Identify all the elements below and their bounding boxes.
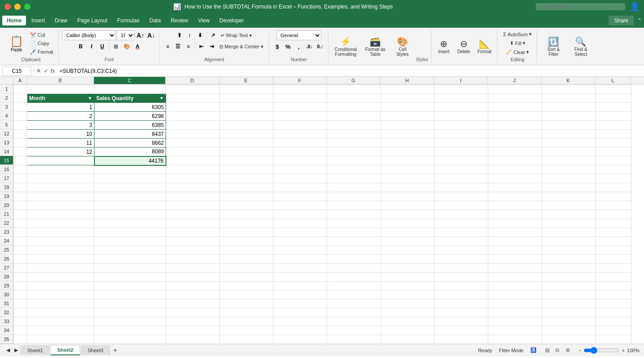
col-header-j[interactable]: J xyxy=(488,77,542,84)
cell-h5[interactable] xyxy=(381,121,435,130)
currency-button[interactable]: $ xyxy=(273,42,282,51)
cell-g2[interactable] xyxy=(327,94,381,103)
normal-view-icon[interactable]: ▤ xyxy=(543,346,551,354)
cell-k15[interactable] xyxy=(542,156,596,165)
delete-button[interactable]: ⊖ Delete xyxy=(455,37,473,56)
insert-function-icon[interactable]: fx xyxy=(51,67,55,74)
cell-a4[interactable] xyxy=(14,112,27,121)
cell-l1[interactable] xyxy=(596,85,631,94)
cell-c2[interactable]: Sales Quantity ▼ xyxy=(94,94,166,103)
cell-b2[interactable]: Month ▼ xyxy=(27,94,94,103)
accessibility-icon[interactable]: ♿ xyxy=(530,347,537,353)
cancel-formula-icon[interactable]: ✕ xyxy=(36,67,41,74)
cell-i14[interactable] xyxy=(435,147,488,156)
cell-h14[interactable] xyxy=(381,147,435,156)
cell-i2[interactable] xyxy=(435,94,488,103)
cell-d5[interactable] xyxy=(166,121,220,130)
add-sheet-button[interactable]: + xyxy=(111,346,119,354)
cell-a28[interactable] xyxy=(14,273,27,282)
cell-l3[interactable] xyxy=(596,103,631,112)
decrease-decimal-button[interactable]: .0↓ xyxy=(305,42,315,51)
cell-b4[interactable]: 2 xyxy=(27,112,94,121)
cell-e15[interactable] xyxy=(220,156,273,165)
row-num-17[interactable]: 17 xyxy=(0,174,13,183)
cell-k3[interactable] xyxy=(542,103,596,112)
cell-a17[interactable] xyxy=(14,174,27,183)
col-header-k[interactable]: K xyxy=(542,77,595,84)
row-num-12[interactable]: 12 xyxy=(0,129,13,138)
cell-c13[interactable]: 8662 xyxy=(94,139,166,147)
row-num-14[interactable]: 14 xyxy=(0,147,13,156)
paste-button[interactable]: 📋 Paste xyxy=(6,30,27,56)
cell-e12[interactable] xyxy=(220,130,273,139)
zoom-out-button[interactable]: − xyxy=(579,348,581,353)
cell-a25[interactable] xyxy=(14,246,27,255)
format-as-table-button[interactable]: 🗃️ Format as Table xyxy=(362,34,389,59)
indent-increase-button[interactable]: ⇥ xyxy=(207,42,217,51)
cell-f3[interactable] xyxy=(273,103,327,112)
cell-i12[interactable] xyxy=(435,130,488,139)
col-header-g[interactable]: G xyxy=(327,77,380,84)
cell-e2[interactable] xyxy=(220,94,273,103)
cell-e14[interactable] xyxy=(220,147,273,156)
find-select-button[interactable]: 🔍 Find & Select xyxy=(568,34,593,59)
cell-i3[interactable] xyxy=(435,103,488,112)
nav-developer[interactable]: Developer xyxy=(215,16,248,25)
cell-b12[interactable]: 10 xyxy=(27,130,94,139)
row-num-27[interactable]: 27 xyxy=(0,263,13,272)
row-num-13[interactable]: 13 xyxy=(0,138,13,147)
cell-j13[interactable] xyxy=(488,139,542,147)
decrease-font-size-button[interactable]: A↓ xyxy=(146,30,156,40)
cell-g5[interactable] xyxy=(327,121,381,130)
row-num-1[interactable]: 1 xyxy=(0,84,13,93)
cell-j3[interactable] xyxy=(488,103,542,112)
cell-g15[interactable] xyxy=(327,156,381,165)
col-header-d[interactable]: D xyxy=(166,77,219,84)
cell-b1[interactable] xyxy=(27,85,94,94)
month-filter-icon[interactable]: ▼ xyxy=(88,96,92,101)
row-num-19[interactable]: 19 xyxy=(0,192,13,201)
cell-h12[interactable] xyxy=(381,130,435,139)
clear-button[interactable]: 🧹 Clear ▾ xyxy=(503,48,531,56)
cell-f5[interactable] xyxy=(273,121,327,130)
cell-l12[interactable] xyxy=(596,130,631,139)
cell-c5[interactable]: 6385 xyxy=(94,121,166,130)
cell-a13[interactable] xyxy=(14,139,27,147)
row-num-3[interactable]: 3 xyxy=(0,102,13,111)
cell-i5[interactable] xyxy=(435,121,488,130)
cell-e5[interactable] xyxy=(220,121,273,130)
cell-a14[interactable] xyxy=(14,147,27,156)
row-num-32[interactable]: 32 xyxy=(0,308,13,317)
font-color-button[interactable]: A xyxy=(132,42,142,51)
cell-k13[interactable] xyxy=(542,139,596,147)
col-header-l[interactable]: L xyxy=(595,77,631,84)
row-num-4[interactable]: 4 xyxy=(0,111,13,120)
close-button[interactable] xyxy=(4,4,11,10)
align-right-button[interactable]: ≡ xyxy=(183,42,193,51)
cell-g4[interactable] xyxy=(327,112,381,121)
row-num-31[interactable]: 31 xyxy=(0,299,13,308)
sales-filter-icon[interactable]: ▼ xyxy=(159,96,164,101)
cell-g3[interactable] xyxy=(327,103,381,112)
row-num-29[interactable]: 29 xyxy=(0,281,13,290)
cell-i13[interactable] xyxy=(435,139,488,147)
page-layout-view-icon[interactable]: ⊟ xyxy=(554,346,562,354)
font-family-select[interactable]: Calibri (Body) xyxy=(62,30,116,40)
cell-a20[interactable] xyxy=(14,201,27,210)
page-break-view-icon[interactable]: ⊞ xyxy=(564,346,572,354)
row-num-18[interactable]: 18 xyxy=(0,183,13,192)
cell-k2[interactable] xyxy=(542,94,596,103)
share-button[interactable]: Share xyxy=(609,16,634,25)
cell-l2[interactable] xyxy=(596,94,631,103)
nav-draw[interactable]: Draw xyxy=(50,16,72,25)
cell-k12[interactable] xyxy=(542,130,596,139)
cell-h1[interactable] xyxy=(381,85,435,94)
cut-button[interactable]: ✂️ Cut xyxy=(28,31,55,39)
row-num-24[interactable]: 24 xyxy=(0,236,13,245)
insert-button[interactable]: ⊕ Insert xyxy=(435,37,453,56)
cell-k4[interactable] xyxy=(542,112,596,121)
cell-a30[interactable] xyxy=(14,291,27,299)
sort-filter-button[interactable]: 🔃 Sort & Filter xyxy=(541,34,566,59)
cell-l15[interactable] xyxy=(596,156,631,165)
fill-color-button[interactable]: 🎨 xyxy=(122,42,132,51)
